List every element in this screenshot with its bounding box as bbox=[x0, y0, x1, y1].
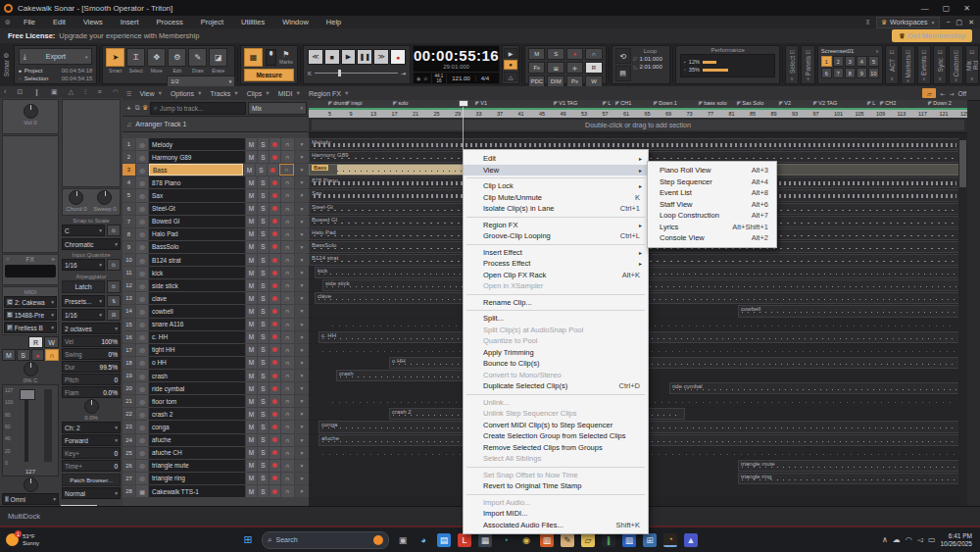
solo-button[interactable]: S bbox=[258, 254, 269, 266]
inspector-tool-icon-0[interactable]: ‹ bbox=[4, 88, 6, 96]
track-expand-chevron[interactable]: ▼ bbox=[295, 305, 309, 317]
menu-window[interactable]: Window bbox=[273, 18, 318, 26]
screenset-8[interactable]: 8 bbox=[845, 68, 856, 78]
export-selection-row[interactable]: ○Selection00:04:54:15 bbox=[19, 75, 93, 81]
record-button[interactable]: ● bbox=[566, 48, 583, 60]
outlook-icon[interactable]: ▥ bbox=[540, 533, 554, 547]
stop-button[interactable]: ■ bbox=[324, 49, 340, 65]
hamburger-icon[interactable]: ☰ bbox=[126, 90, 131, 97]
vmodule-events[interactable]: ⊡Events∨ bbox=[917, 45, 931, 84]
marker-inspi[interactable]: ◤inspi bbox=[346, 100, 363, 106]
marker-down-1[interactable]: ◤Down 1 bbox=[654, 100, 677, 106]
vmodule-custom[interactable]: ⊡Custom∨ bbox=[949, 45, 962, 84]
track-expand-chevron[interactable]: ▼ bbox=[295, 408, 309, 420]
track-expand-chevron[interactable]: ▼ bbox=[295, 216, 309, 227]
submenu-item-event-list[interactable]: Event ListAlt+8 bbox=[648, 187, 776, 199]
track-row-10[interactable]: 10◎B124 stratMS∩▼ bbox=[122, 254, 309, 266]
input-echo-button[interactable]: ∩ bbox=[281, 241, 294, 253]
arp-updown-button[interactable]: ⇅ bbox=[107, 295, 121, 307]
record-arm-button[interactable] bbox=[270, 460, 280, 472]
duplicate-icon[interactable]: ⧉ bbox=[135, 104, 140, 112]
tvmenu-tracks[interactable]: Tracks▼ bbox=[210, 90, 238, 97]
record-arm-button[interactable] bbox=[270, 344, 280, 356]
mute-button[interactable]: M bbox=[2, 349, 16, 361]
track-row-6[interactable]: 6◎Steel-GtMS∩▼ bbox=[122, 203, 309, 215]
mute-button[interactable]: M bbox=[246, 176, 257, 188]
edge-icon[interactable]: ◔ bbox=[499, 533, 513, 547]
input-echo-button[interactable]: ∩ bbox=[281, 485, 294, 497]
snap-root-dropdown[interactable]: C▾ bbox=[62, 225, 105, 236]
menu-item-bounce-to-clip-s-[interactable]: Bounce to Clip(s) bbox=[464, 358, 648, 370]
record-arm-button[interactable] bbox=[270, 138, 280, 150]
track-expand-chevron[interactable]: ▼ bbox=[295, 382, 309, 394]
add-fx-button[interactable]: + bbox=[51, 256, 55, 263]
devbox-icon[interactable]: ⊞ bbox=[643, 533, 657, 547]
input-echo-button[interactable]: ∩ bbox=[281, 305, 294, 317]
mute-button[interactable]: M bbox=[246, 305, 257, 317]
record-arm-button[interactable] bbox=[270, 319, 280, 330]
record-arm-button[interactable] bbox=[270, 395, 280, 407]
solo-button[interactable]: S bbox=[258, 228, 269, 240]
submenu-item-lyrics[interactable]: LyricsAlt+Shift+1 bbox=[648, 222, 776, 233]
menu-views[interactable]: Views bbox=[74, 18, 112, 26]
write-automation-button[interactable]: W bbox=[44, 336, 59, 348]
tvmenu-clips[interactable]: Clips▼ bbox=[247, 90, 270, 97]
arp-param-swing[interactable]: Swing0% bbox=[62, 348, 121, 360]
vmodule-markers[interactable]: ⊡Markers∨ bbox=[901, 45, 914, 84]
record-arm-button[interactable] bbox=[270, 228, 280, 240]
tool-edit[interactable]: ⚙Edit bbox=[168, 48, 186, 74]
vmodule-mix-rcl[interactable]: ⊡Mix Rcl∨ bbox=[965, 45, 979, 84]
input-echo-button[interactable]: ∩ bbox=[281, 292, 294, 304]
meter-value[interactable]: 4/4 bbox=[476, 75, 494, 81]
record-arm-button[interactable] bbox=[270, 370, 280, 381]
track-expand-chevron[interactable]: ▼ bbox=[295, 241, 309, 253]
menu-item-process-effect[interactable]: Process Effect▸ bbox=[464, 258, 648, 270]
record-arm-button[interactable] bbox=[270, 408, 280, 420]
track-expand-chevron[interactable]: ▼ bbox=[295, 370, 309, 381]
marker-v1-tag[interactable]: ◤V1 TAG bbox=[554, 100, 577, 106]
solo-button[interactable]: S bbox=[258, 151, 269, 163]
arp-lock-button[interactable]: ⊟ bbox=[107, 309, 121, 321]
record-arm-button[interactable] bbox=[270, 241, 280, 253]
midi-out-dropdown-1[interactable]: B15488-Pre▾ bbox=[4, 309, 57, 321]
track-row-8[interactable]: 8◎Halo PadMS∩▼ bbox=[122, 228, 309, 240]
track-expand-chevron[interactable]: ▼ bbox=[295, 421, 309, 432]
menu-item-convert-midi-clip-s-to-step-sequencer[interactable]: Convert MIDI Clip(s) to Step Sequencer bbox=[464, 420, 648, 431]
loop-start-row[interactable]: ◸1:01:000 bbox=[634, 56, 667, 62]
cakewalk-icon[interactable]: ◔ bbox=[663, 533, 677, 547]
record-arm-button[interactable] bbox=[270, 421, 280, 432]
input-echo-button[interactable]: ∩ bbox=[281, 151, 294, 163]
clip-cowbell[interactable]: cowbell⟳ bbox=[738, 305, 965, 317]
solo-button[interactable]: S bbox=[258, 241, 269, 253]
mute-button[interactable]: M bbox=[246, 370, 257, 381]
vmodule-sync[interactable]: ⊡Sync∨ bbox=[933, 45, 947, 84]
record-arm-button[interactable] bbox=[270, 447, 280, 459]
mute-button[interactable]: M bbox=[246, 292, 257, 304]
menu-item-remove-selected-clips-from-groups[interactable]: Remove Selected Clips from Groups bbox=[464, 442, 648, 454]
time-offset-field[interactable]: Time+0 bbox=[62, 460, 121, 472]
marker-l[interactable]: ◤L bbox=[603, 100, 611, 106]
track-row-21[interactable]: 21◎floor tomMS∩▼ bbox=[122, 395, 309, 407]
record-arm-button[interactable] bbox=[270, 189, 280, 201]
taskbar-search[interactable]: ⌕Search bbox=[262, 531, 389, 549]
track-expand-chevron[interactable]: ▼ bbox=[295, 473, 309, 484]
mute-button[interactable]: M bbox=[246, 473, 257, 484]
track-sort-dropdown[interactable]: Mix▾ bbox=[248, 102, 307, 115]
skip-back-icon[interactable]: ⇤ bbox=[940, 90, 945, 97]
arp-param-vel[interactable]: Vel100% bbox=[62, 335, 121, 347]
solo-button[interactable]: S bbox=[258, 485, 269, 497]
input-echo-button[interactable]: ∩ bbox=[281, 370, 294, 381]
arp-param-flam[interactable]: Flam0.0% bbox=[62, 386, 121, 398]
mute-button[interactable]: M bbox=[246, 203, 257, 215]
clip-ride-cymbal[interactable]: ride cymbal⟳ bbox=[669, 382, 965, 394]
track-expand-chevron[interactable]: ▼ bbox=[295, 292, 309, 304]
battery-icon[interactable]: ▭ bbox=[928, 535, 936, 544]
submenu-item-loop-construction[interactable]: Loop ConstructionAlt+7 bbox=[648, 210, 776, 222]
solo-button[interactable]: S bbox=[258, 473, 269, 484]
midi-out-dropdown-2[interactable]: PFretless B▾ bbox=[4, 322, 57, 333]
solo-button[interactable]: S bbox=[258, 331, 269, 343]
track-row-1[interactable]: 1◎MelodyMS∩▼ bbox=[122, 138, 309, 150]
track-expand-chevron[interactable]: ▼ bbox=[295, 319, 309, 330]
track-row-27[interactable]: 27◎triangle ringMS∩▼ bbox=[122, 473, 309, 484]
track-row-15[interactable]: 15◎snare A116MS∩▼ bbox=[122, 319, 309, 330]
